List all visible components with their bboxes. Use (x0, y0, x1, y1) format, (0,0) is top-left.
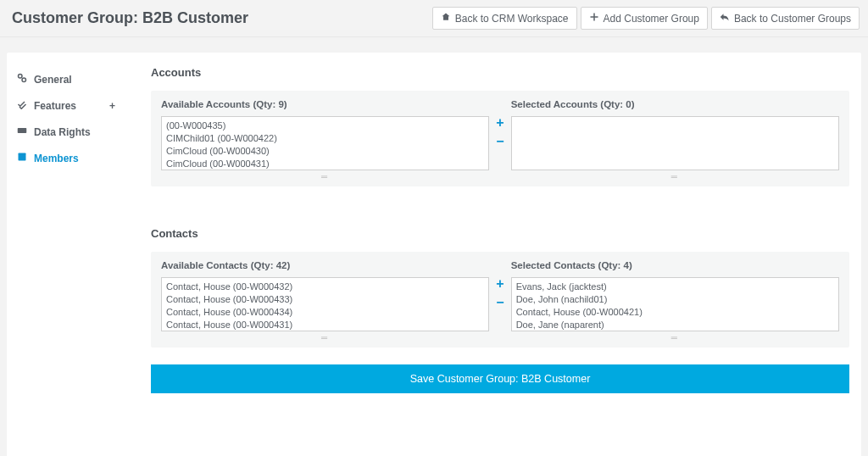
accounts-panel: Available Accounts (Qty: 9) (00-W000435)… (151, 91, 849, 186)
sidebar-item-data-rights[interactable]: Data Rights (7, 119, 125, 145)
back-to-customer-groups-button[interactable]: Back to Customer Groups (711, 7, 860, 30)
available-accounts-listbox[interactable]: (00-W000435)CIMChild01 (00-W000422)CimCl… (161, 116, 489, 170)
available-contacts-column: Available Contacts (Qty: 42) Contact, Ho… (161, 260, 489, 342)
list-item[interactable]: Contact, House (00-W000421) (516, 306, 834, 319)
list-item[interactable]: CimCloud (00-W000430) (166, 145, 484, 158)
top-bar: Customer Group: B2B Customer Back to CRM… (0, 0, 868, 37)
expand-icon[interactable]: + (109, 100, 115, 112)
main-content: Accounts Available Accounts (Qty: 9) (00… (125, 53, 861, 456)
save-customer-group-button[interactable]: Save Customer Group: B2B Customer (151, 364, 849, 393)
selected-accounts-header: Selected Accounts (Qty: 0) (511, 99, 839, 109)
add-customer-group-button[interactable]: Add Customer Group (581, 7, 708, 30)
list-item[interactable]: (00-W000435) (166, 120, 484, 132)
list-item[interactable]: CIMChild01 (00-W000422) (166, 132, 484, 145)
available-contacts-listbox[interactable]: Contact, House (00-W000432)Contact, Hous… (161, 277, 489, 331)
workspace: General Features + Data Rights Members A… (7, 53, 861, 456)
members-icon (17, 152, 27, 164)
data-icon (17, 125, 27, 138)
list-item[interactable]: Doe, Jane (naparent) (516, 319, 834, 331)
list-item[interactable]: Doe, John (nachild01) (516, 293, 834, 306)
resize-handle-icon[interactable]: ═ (161, 333, 489, 342)
resize-handle-icon[interactable]: ═ (511, 172, 839, 181)
sidebar-item-label: Features (34, 100, 76, 112)
sidebar: General Features + Data Rights Members (7, 53, 125, 456)
selected-accounts-listbox[interactable] (511, 116, 839, 170)
accounts-section-title: Accounts (151, 66, 849, 79)
list-item[interactable]: Evans, Jack (jacktest) (516, 281, 834, 293)
top-actions: Back to CRM Workspace Add Customer Group… (432, 7, 860, 30)
contacts-transfer-controls: + − (496, 260, 504, 309)
sidebar-item-features[interactable]: Features + (7, 92, 125, 119)
selected-contacts-header: Selected Contacts (Qty: 4) (511, 260, 839, 270)
svg-point-0 (19, 75, 23, 79)
list-item[interactable]: Contact, House (00-W000432) (166, 281, 484, 293)
sidebar-item-label: General (34, 74, 72, 86)
back-to-crm-workspace-button[interactable]: Back to CRM Workspace (432, 7, 577, 30)
save-bar: Save Customer Group: B2B Customer (151, 364, 849, 393)
svg-point-1 (22, 78, 26, 82)
accounts-transfer-controls: + − (496, 99, 504, 148)
selected-contacts-column: Selected Contacts (Qty: 4) Evans, Jack (… (511, 260, 839, 342)
add-account-button[interactable]: + (496, 116, 504, 130)
available-accounts-header: Available Accounts (Qty: 9) (161, 99, 489, 109)
back-groups-label: Back to Customer Groups (734, 13, 851, 25)
page-title: Customer Group: B2B Customer (12, 9, 248, 27)
back-workspace-label: Back to CRM Workspace (455, 13, 569, 25)
sidebar-item-members[interactable]: Members (7, 145, 125, 171)
svg-rect-3 (19, 153, 26, 161)
selected-contacts-listbox[interactable]: Evans, Jack (jacktest)Doe, John (nachild… (511, 277, 839, 331)
resize-handle-icon[interactable]: ═ (511, 333, 839, 342)
check-icon (17, 99, 27, 112)
list-item[interactable]: CimCloud (00-W000431) (166, 158, 484, 170)
available-accounts-column: Available Accounts (Qty: 9) (00-W000435)… (161, 99, 489, 181)
plus-icon (589, 12, 599, 25)
svg-rect-2 (18, 128, 27, 133)
list-item[interactable]: Contact, House (00-W000435) (166, 331, 484, 331)
add-contact-button[interactable]: + (496, 277, 504, 291)
contacts-section-title: Contacts (151, 227, 849, 240)
sidebar-item-label: Members (34, 153, 79, 164)
resize-handle-icon[interactable]: ═ (161, 172, 489, 181)
reply-icon (720, 12, 730, 25)
contacts-panel: Available Contacts (Qty: 42) Contact, Ho… (151, 252, 849, 348)
list-item[interactable]: Contact, House (00-W000434) (166, 306, 484, 319)
add-group-label: Add Customer Group (604, 13, 699, 25)
remove-contact-button[interactable]: − (496, 296, 504, 309)
sidebar-item-general[interactable]: General (7, 66, 125, 92)
list-item[interactable]: Contact, House (00-W000431) (166, 319, 484, 331)
available-contacts-header: Available Contacts (Qty: 42) (161, 260, 489, 270)
selected-accounts-column: Selected Accounts (Qty: 0) ═ (511, 99, 839, 181)
list-item[interactable]: Contact, House (00-W000433) (166, 293, 484, 306)
home-icon (441, 12, 451, 25)
list-item[interactable]: CimCloud (00-W000432) (166, 170, 484, 170)
remove-account-button[interactable]: − (496, 135, 504, 148)
gears-icon (17, 73, 27, 86)
sidebar-item-label: Data Rights (34, 126, 91, 138)
